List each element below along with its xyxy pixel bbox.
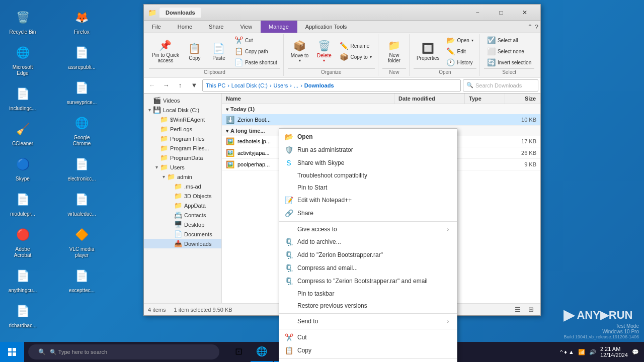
desktop-icon-4[interactable]: 🔵 Skype xyxy=(5,152,40,185)
taskbar-taskview[interactable]: ⊡ xyxy=(227,342,250,362)
ctx-copy[interactable]: 📋 Copy xyxy=(279,344,457,357)
desktop-icon-14[interactable]: 📄 virtualeduc... xyxy=(64,187,100,220)
close-button[interactable]: ✕ xyxy=(513,5,536,21)
taskbar-search[interactable]: 🔍 🔍 Type here to search xyxy=(28,344,219,359)
ctx-give-access[interactable]: Give access to › xyxy=(279,223,457,235)
desktop-icon-1[interactable]: 🌐 Microsoft Edge xyxy=(5,40,40,79)
start-button[interactable] xyxy=(0,342,24,362)
file-row-zerion[interactable]: ⬇️ Zerion Boot... 10 KB xyxy=(222,114,540,126)
ctx-compress-email[interactable]: 🗜️ Compress and email... xyxy=(279,261,457,275)
notepadpp-icon: 📝 xyxy=(284,196,293,204)
ribbon-tab-home[interactable]: Home xyxy=(170,21,201,33)
desktop-icon-6[interactable]: 🔴 Adobe Acrobat xyxy=(5,222,40,261)
history-button[interactable]: 🕐 History xyxy=(443,57,476,67)
desktop-icon-10[interactable]: 📄 assrepubli... xyxy=(64,40,100,73)
select-none-button[interactable]: ⬜ Select none xyxy=(484,46,534,56)
sidebar-item-3dobjects[interactable]: 📁 3D Objects xyxy=(144,191,221,201)
sidebar-item-programdata[interactable]: 📁 ProgramData xyxy=(144,153,221,162)
ribbon-tab-apptools[interactable]: Application Tools xyxy=(297,21,355,33)
sidebar-item-videos[interactable]: 🎬 Videos xyxy=(144,96,221,105)
properties-button[interactable]: 🔲 Properties xyxy=(414,41,443,62)
ribbon-tab-view[interactable]: View xyxy=(232,21,261,33)
sidebar-item-localdisk[interactable]: ▾ 💾 Local Disk (C:) xyxy=(144,105,221,115)
sidebar-item-programfilesx86[interactable]: 📁 Program Files... xyxy=(144,143,221,153)
forward-button[interactable]: → xyxy=(160,79,172,92)
ctx-cut[interactable]: ✂️ Cut xyxy=(279,331,457,344)
desktop-icon-13[interactable]: 📄 electronicc... xyxy=(64,152,100,185)
ribbon-tab-share[interactable]: Share xyxy=(201,21,232,33)
taskbar-edge[interactable]: 🌐 xyxy=(251,342,273,362)
sidebar-item-admin[interactable]: ▾ 📁 admin xyxy=(144,172,221,182)
edit-button[interactable]: ✏️ Edit xyxy=(443,46,476,56)
desktop-icon-9[interactable]: 🦊 Firefox xyxy=(64,5,100,38)
sidebar-item-downloads[interactable]: 📥 Downloads xyxy=(144,239,221,248)
col-name[interactable]: Name xyxy=(222,94,394,104)
new-folder-button[interactable]: 📁 New folder xyxy=(382,38,406,65)
ctx-restore-versions[interactable]: Restore previous versions xyxy=(279,300,457,312)
section-today[interactable]: ▾ Today (1) xyxy=(222,104,540,114)
ctx-open[interactable]: 📂 Open xyxy=(279,130,457,143)
desktop-icon-8[interactable]: 📄 richardbac... xyxy=(5,299,40,331)
ctx-share[interactable]: 🔗 Share xyxy=(279,207,457,220)
invert-selection-button[interactable]: 🔄 Invert selection xyxy=(484,57,534,67)
large-icons-view-button[interactable]: ⊞ xyxy=(525,304,536,315)
up-button[interactable]: ↑ xyxy=(174,79,186,92)
sidebar-item-msad[interactable]: 📁 .ms-ad xyxy=(144,182,221,191)
ctx-share-skype[interactable]: S Share with Skype xyxy=(279,156,457,169)
back-button[interactable]: ← xyxy=(146,79,158,92)
maximize-button[interactable]: □ xyxy=(490,5,513,21)
copy-button[interactable]: 📋 Copy xyxy=(183,41,206,62)
desktop-icon-0[interactable]: 🗑️ Recycle Bin xyxy=(5,5,40,38)
desktop-icon-2[interactable]: 📄 includingc... xyxy=(5,81,40,114)
ctx-run-as-admin[interactable]: 🛡️ Run as administrator xyxy=(279,143,457,156)
col-type[interactable]: Type xyxy=(465,94,505,104)
desktop-icon-11[interactable]: 📄 surveyprice... xyxy=(64,75,100,108)
paste-shortcut-button[interactable]: 📄 Paste shortcut xyxy=(231,57,280,67)
pin-to-quick-button[interactable]: 📌 Pin to Quick access xyxy=(149,38,182,65)
ctx-edit-notepadpp[interactable]: 📝 Edit with Notepad++ xyxy=(279,194,457,207)
recent-locations-button[interactable]: ▼ xyxy=(188,79,200,92)
paste-button[interactable]: 📄 Paste xyxy=(207,41,230,62)
ctx-add-archive[interactable]: 🗜️ Add to archive... xyxy=(279,235,457,248)
desktop-icon-5[interactable]: 📄 modulepr... xyxy=(5,187,40,220)
desktop-icon-15[interactable]: 🔶 VLC media player xyxy=(64,222,100,261)
details-view-button[interactable]: ☰ xyxy=(512,304,523,315)
col-size[interactable]: Size xyxy=(505,94,540,104)
ctx-pin-start[interactable]: Pin to Start xyxy=(279,182,457,194)
desktop-icon-12[interactable]: 🌐 Google Chrome xyxy=(64,111,100,149)
title-tab-downloads[interactable]: Downloads xyxy=(159,8,201,18)
sidebar-item-perflogs[interactable]: 📁 PerfLogs xyxy=(144,124,221,134)
copy-to-button[interactable]: 📦 Copy to ▾ xyxy=(337,52,374,62)
sidebar-item-contacts[interactable]: 📇 Contacts xyxy=(144,210,221,220)
select-all-button[interactable]: ☑️ Select all xyxy=(484,35,534,45)
ctx-send-to[interactable]: Send to › xyxy=(279,315,457,327)
delete-button[interactable]: 🗑️ Delete ▾ xyxy=(312,38,336,64)
collapse-ribbon-button[interactable]: ⌃ xyxy=(527,23,533,31)
search-box[interactable]: 🔍 Search Downloads xyxy=(463,79,538,92)
open-button[interactable]: 📂 Open ▾ xyxy=(443,35,476,45)
ribbon-tab-file[interactable]: File xyxy=(144,21,170,33)
sidebar-item-users[interactable]: ▾ 📁 Users xyxy=(144,162,221,172)
sidebar-item-desktop[interactable]: 🖥️ Desktop xyxy=(144,220,221,229)
ribbon-tab-manage[interactable]: Manage xyxy=(261,21,297,33)
desktop-icon-7[interactable]: 📄 anythingcu... xyxy=(5,263,40,296)
help-button[interactable]: ? xyxy=(535,23,538,31)
ctx-compress-rar-email[interactable]: 🗜️ Compress to "Zerion Bootstrapper.rar"… xyxy=(279,275,457,288)
ctx-pin-taskbar[interactable]: Pin to taskbar xyxy=(279,288,457,300)
desktop-icon: 🖥️ xyxy=(174,221,182,228)
ctx-troubleshoot[interactable]: Troubleshoot compatibility xyxy=(279,169,457,182)
desktop-icon-3[interactable]: 🧹 CCleaner xyxy=(5,117,40,149)
sidebar-item-documents[interactable]: 📄 Documents xyxy=(144,229,221,239)
sidebar-item-programfiles[interactable]: 📁 Program Files xyxy=(144,134,221,143)
rename-button[interactable]: ✏️ Rename xyxy=(337,41,374,51)
move-to-button[interactable]: 📦 Move to ▾ xyxy=(288,38,312,64)
col-date[interactable]: Date modified xyxy=(394,94,465,104)
minimize-button[interactable]: − xyxy=(466,5,489,21)
sidebar-item-appdata[interactable]: 📁 AppData xyxy=(144,201,221,210)
cut-button[interactable]: ✂️ Cut xyxy=(231,35,280,45)
copy-path-button[interactable]: 📋 Copy path xyxy=(231,46,280,56)
ctx-add-zerion-rar[interactable]: 🗜️ Add to "Zerion Bootstrapper.rar" xyxy=(279,248,457,261)
address-path[interactable]: This PC › Local Disk (C:) › Users › ... … xyxy=(202,79,461,92)
sidebar-item-winreagent[interactable]: 📁 $WinREAgent xyxy=(144,115,221,124)
desktop-icon-16[interactable]: 📄 excepttec... xyxy=(64,263,100,296)
